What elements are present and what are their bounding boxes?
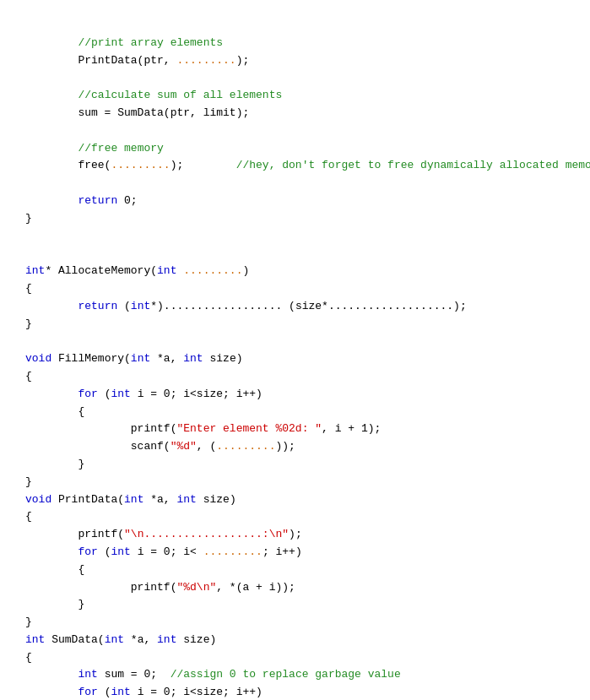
code-editor: //print array elements PrintData(ptr, ..… bbox=[25, 17, 565, 700]
